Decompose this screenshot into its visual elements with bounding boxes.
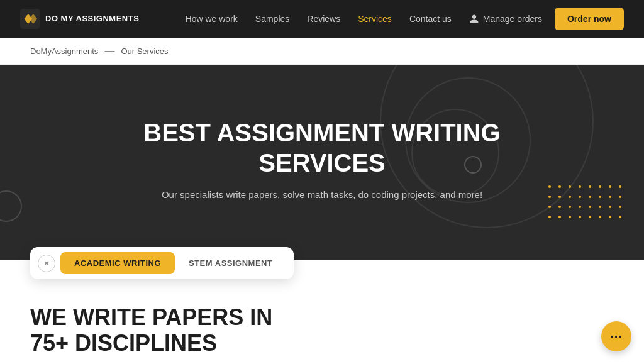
dot <box>569 216 571 218</box>
dot <box>589 196 591 198</box>
lower-title: WE WRITE PAPERS IN 75+ DISCIPLINES <box>30 304 307 356</box>
dot <box>619 216 621 218</box>
dot <box>569 206 571 208</box>
dot <box>619 206 621 208</box>
nav-contact-us[interactable]: Contact us <box>409 14 452 24</box>
dot <box>599 206 601 208</box>
dot <box>548 206 551 208</box>
user-icon <box>469 14 479 24</box>
dot-grid-decoration: // Rendered inline below as repeated spa… <box>548 185 625 222</box>
lower-section: WE WRITE PAPERS IN 75+ DISCIPLINES Here … <box>0 279 644 364</box>
floating-icon: ··· <box>610 329 623 344</box>
manage-orders-label: Manage orders <box>483 14 542 24</box>
nav-samples[interactable]: Samples <box>255 14 289 24</box>
logo[interactable]: DO MY ASSIGNMENTS <box>20 9 139 29</box>
breadcrumb-current: Our Services <box>121 47 168 56</box>
dot <box>579 196 581 198</box>
hero-title: BEST ASSIGNMENT WRITING SERVICES <box>143 118 500 178</box>
nav-services[interactable]: Services <box>358 14 392 24</box>
dot <box>548 196 551 198</box>
deco-circle-left <box>0 190 22 222</box>
order-now-button[interactable]: Order now <box>555 8 624 30</box>
dot <box>548 216 551 218</box>
dot <box>589 216 591 218</box>
dot <box>609 185 611 188</box>
dot <box>569 196 571 198</box>
breadcrumb-separator: — <box>104 45 114 57</box>
floating-chat-button[interactable]: ··· <box>601 321 631 351</box>
dot <box>599 196 601 198</box>
dot <box>599 185 601 188</box>
dot <box>619 185 621 188</box>
nav-reviews[interactable]: Reviews <box>307 14 340 24</box>
hero-section: // Rendered inline below as repeated spa… <box>0 65 644 260</box>
manage-orders-link[interactable]: Manage orders <box>469 14 542 24</box>
logo-icon <box>20 9 40 29</box>
dot <box>609 196 611 198</box>
dot <box>609 216 611 218</box>
dot <box>619 196 621 198</box>
dot <box>558 196 561 198</box>
nav-how-we-work[interactable]: How we work <box>186 14 238 24</box>
tab-academic-writing[interactable]: ACADEMIC WRITING <box>60 252 175 274</box>
main-nav: DO MY ASSIGNMENTS How we work Samples Re… <box>0 0 644 38</box>
dot <box>579 185 581 188</box>
dot <box>569 185 571 188</box>
breadcrumb: DoMyAssignments — Our Services <box>0 38 644 65</box>
dot <box>609 206 611 208</box>
dot <box>589 206 591 208</box>
tabs-container: × ACADEMIC WRITING STEM ASSIGNMENT <box>0 247 644 279</box>
dot <box>579 216 581 218</box>
dot <box>599 216 601 218</box>
dot <box>548 185 551 188</box>
dot <box>589 185 591 188</box>
dot <box>558 185 561 188</box>
tab-stem-assignment[interactable]: STEM ASSIGNMENT <box>175 252 286 274</box>
dot <box>558 206 561 208</box>
dot <box>558 216 561 218</box>
breadcrumb-home[interactable]: DoMyAssignments <box>30 47 98 56</box>
tabs-close-button[interactable]: × <box>38 255 55 272</box>
dot <box>579 206 581 208</box>
logo-text: DO MY ASSIGNMENTS <box>45 14 139 24</box>
nav-links: How we work Samples Reviews Services Con… <box>186 13 452 25</box>
hero-subtitle: Our specialists write papers, solve math… <box>162 189 482 200</box>
tabs-card: × ACADEMIC WRITING STEM ASSIGNMENT <box>30 247 294 279</box>
